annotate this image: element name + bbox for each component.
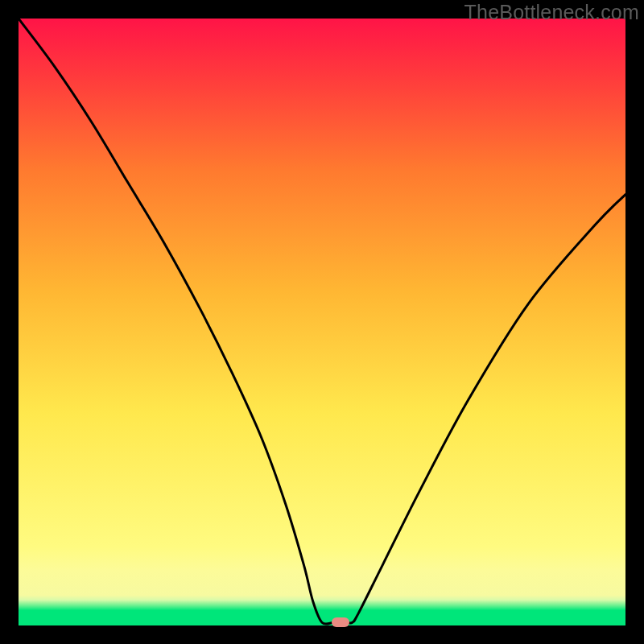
- optimal-point-marker: [332, 617, 349, 627]
- bottleneck-curve: [19, 19, 625, 624]
- plot-area: [19, 19, 625, 625]
- chart-frame: TheBottleneck.com: [0, 0, 644, 644]
- curve-svg: [19, 19, 625, 625]
- brand-watermark: TheBottleneck.com: [464, 1, 639, 24]
